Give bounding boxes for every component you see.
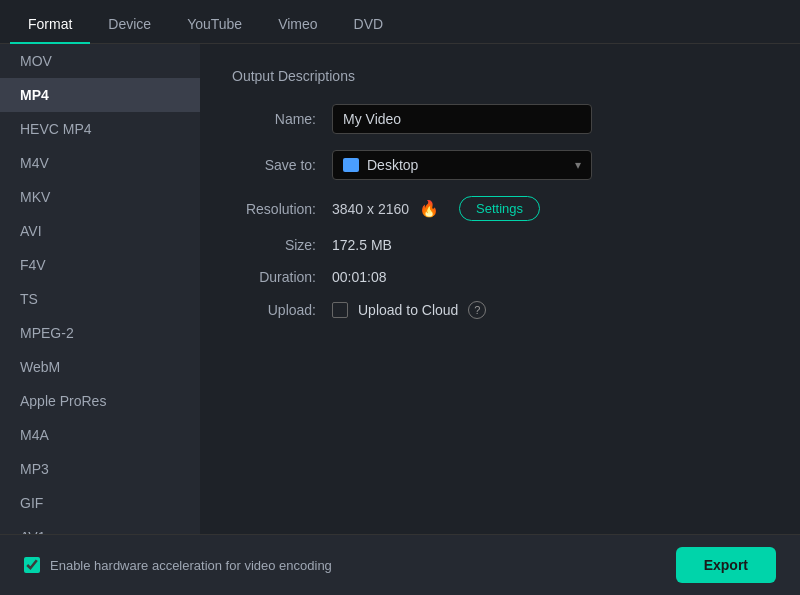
sidebar-item-mp4[interactable]: MP4 [0,78,200,112]
upload-to-cloud-checkbox[interactable] [332,302,348,318]
name-input[interactable] [332,104,592,134]
sidebar-item-mov[interactable]: MOV [0,44,200,78]
save-to-value: Desktop [367,157,418,173]
save-to-left: Desktop [343,157,418,173]
sidebar-item-mp3[interactable]: MP3 [0,452,200,486]
duration-label: Duration: [232,269,332,285]
sidebar-item-avi[interactable]: AVI [0,214,200,248]
hw-accel-label[interactable]: Enable hardware acceleration for video e… [50,558,332,573]
hw-accel-checkbox[interactable] [24,557,40,573]
size-label: Size: [232,237,332,253]
save-to-dropdown[interactable]: Desktop ▾ [332,150,592,180]
folder-icon [343,158,359,172]
tab-bar: FormatDeviceYouTubeVimeoDVD [0,0,800,44]
upload-help-icon[interactable]: ? [468,301,486,319]
sidebar-item-m4a[interactable]: M4A [0,418,200,452]
sidebar-item-f4v[interactable]: F4V [0,248,200,282]
name-label: Name: [232,111,332,127]
section-title: Output Descriptions [232,68,768,84]
tab-format[interactable]: Format [10,6,90,44]
right-panel: Output Descriptions Name: Save to: Deskt… [200,44,800,534]
size-row: Size: 172.5 MB [232,237,768,253]
sidebar-item-mpeg2[interactable]: MPEG-2 [0,316,200,350]
resolution-value: 3840 x 2160 [332,201,409,217]
upload-to-cloud-label[interactable]: Upload to Cloud [358,302,458,318]
upload-options: Upload to Cloud ? [332,301,486,319]
upload-label: Upload: [232,302,332,318]
sidebar-item-ts[interactable]: TS [0,282,200,316]
sidebar-item-mkv[interactable]: MKV [0,180,200,214]
resolution-row: Resolution: 3840 x 2160 🔥 Settings [232,196,768,221]
resolution-label: Resolution: [232,201,332,217]
help-question-mark: ? [474,304,480,316]
flame-icon: 🔥 [419,199,439,218]
tab-vimeo[interactable]: Vimeo [260,6,335,44]
export-button[interactable]: Export [676,547,776,583]
bottom-bar: Enable hardware acceleration for video e… [0,534,800,595]
duration-row: Duration: 00:01:08 [232,269,768,285]
name-row: Name: [232,104,768,134]
duration-value: 00:01:08 [332,269,768,285]
tab-device[interactable]: Device [90,6,169,44]
size-value: 172.5 MB [332,237,768,253]
tab-dvd[interactable]: DVD [336,6,402,44]
sidebar: MOVMP4HEVC MP4M4VMKVAVIF4VTSMPEG-2WebMAp… [0,44,200,534]
sidebar-item-apple_prores[interactable]: Apple ProRes [0,384,200,418]
upload-row: Upload: Upload to Cloud ? [232,301,768,319]
save-to-label: Save to: [232,157,332,173]
chevron-down-icon: ▾ [575,158,581,172]
save-to-row: Save to: Desktop ▾ [232,150,768,180]
resolution-value-container: 3840 x 2160 🔥 Settings [332,196,768,221]
sidebar-item-gif[interactable]: GIF [0,486,200,520]
sidebar-item-webm[interactable]: WebM [0,350,200,384]
sidebar-item-hevc_mp4[interactable]: HEVC MP4 [0,112,200,146]
hw-accel-row: Enable hardware acceleration for video e… [24,557,332,573]
sidebar-item-m4v[interactable]: M4V [0,146,200,180]
tab-youtube[interactable]: YouTube [169,6,260,44]
sidebar-item-av1[interactable]: AV1 [0,520,200,534]
settings-button[interactable]: Settings [459,196,540,221]
main-content: MOVMP4HEVC MP4M4VMKVAVIF4VTSMPEG-2WebMAp… [0,44,800,534]
